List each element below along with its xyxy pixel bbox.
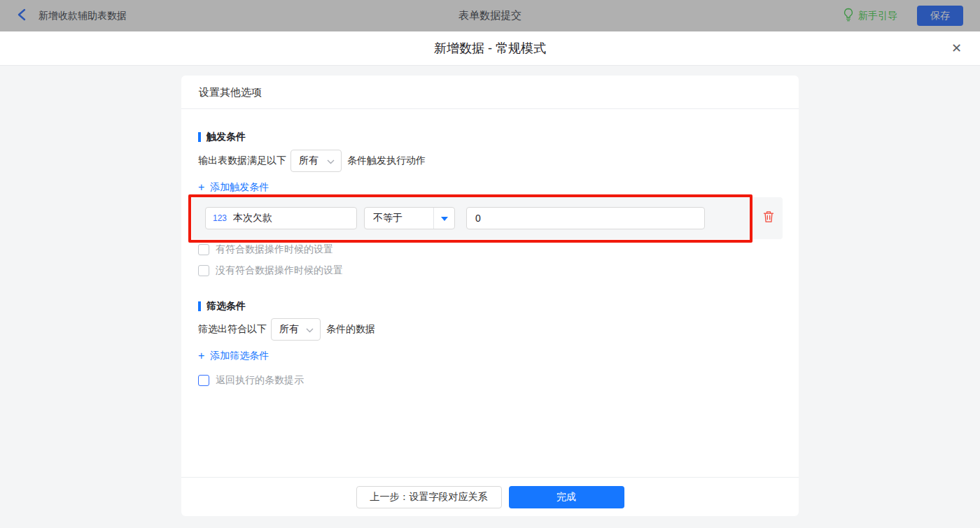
options-card: 设置其他选项 触发条件 输出表数据满足以下 所有 条件触发执行动作 bbox=[181, 76, 799, 516]
trigger-condition-wrap: 123 本次欠款 不等于 bbox=[198, 197, 782, 239]
trigger-match-row: 输出表数据满足以下 所有 条件触发执行动作 bbox=[198, 150, 782, 172]
lightbulb-icon bbox=[843, 8, 854, 24]
plus-icon: + bbox=[198, 182, 204, 193]
has-matching-data-label: 有符合数据操作时候的设置 bbox=[216, 243, 333, 256]
beginner-guide-link[interactable]: 新手引导 bbox=[843, 8, 897, 24]
add-data-modal: 新增数据 - 常规模式 ✕ 设置其他选项 触发条件 输出表数据满足以下 所有 bbox=[0, 31, 980, 528]
trigger-match-suffix: 条件触发执行动作 bbox=[347, 155, 426, 167]
section-marker bbox=[198, 132, 201, 142]
caret-down-icon bbox=[434, 213, 454, 224]
modal-header: 新增数据 - 常规模式 ✕ bbox=[0, 31, 980, 66]
save-button[interactable]: 保存 bbox=[917, 6, 963, 26]
page-title: 表单数据提交 bbox=[0, 9, 980, 22]
checkbox-unchecked-icon[interactable] bbox=[198, 375, 209, 386]
return-count-checkbox-row[interactable]: 返回执行的条数提示 bbox=[198, 375, 304, 386]
modal-body: 设置其他选项 触发条件 输出表数据满足以下 所有 条件触发执行动作 bbox=[0, 76, 980, 516]
card-footer: 上一步：设置字段对应关系 完成 bbox=[181, 477, 799, 516]
trigger-match-prefix: 输出表数据满足以下 bbox=[198, 155, 286, 167]
trigger-condition-row: 123 本次欠款 不等于 bbox=[192, 197, 783, 239]
section-marker bbox=[198, 301, 201, 311]
filter-match-row: 筛选出符合以下 所有 条件的数据 bbox=[198, 318, 782, 341]
done-button[interactable]: 完成 bbox=[509, 486, 624, 508]
has-matching-data-checkbox-row[interactable]: 有符合数据操作时候的设置 bbox=[198, 244, 333, 255]
topbar-right: 新手引导 保存 bbox=[843, 6, 963, 26]
trigger-match-select[interactable]: 所有 bbox=[290, 150, 342, 172]
no-matching-data-label: 没有符合数据操作时候的设置 bbox=[216, 264, 343, 277]
no-matching-data-checkbox-row[interactable]: 没有符合数据操作时候的设置 bbox=[198, 265, 343, 276]
close-icon[interactable]: ✕ bbox=[951, 41, 962, 56]
checkbox-unchecked-icon[interactable] bbox=[198, 265, 209, 276]
condition-operator-select[interactable]: 不等于 bbox=[364, 207, 455, 229]
trash-icon bbox=[763, 211, 774, 226]
chevron-down-icon bbox=[327, 155, 335, 166]
filter-match-select[interactable]: 所有 bbox=[271, 318, 321, 341]
plus-icon: + bbox=[198, 350, 204, 362]
filter-match-value: 所有 bbox=[279, 323, 299, 336]
previous-step-button[interactable]: 上一步：设置字段对应关系 bbox=[356, 486, 502, 508]
add-filter-condition-link[interactable]: + 添加筛选条件 bbox=[198, 349, 269, 363]
condition-field-select[interactable]: 123 本次欠款 bbox=[205, 207, 357, 229]
modal-title: 新增数据 - 常规模式 bbox=[434, 40, 546, 57]
add-trigger-condition-label: 添加触发条件 bbox=[210, 181, 269, 194]
checkbox-unchecked-icon[interactable] bbox=[198, 244, 209, 255]
delete-condition-button[interactable] bbox=[762, 212, 775, 224]
trigger-section-title: 触发条件 bbox=[198, 131, 782, 143]
topbar: 新增收款辅助表数据 表单数据提交 新手引导 保存 bbox=[0, 0, 980, 31]
filter-section-label: 筛选条件 bbox=[206, 300, 246, 313]
card-header: 设置其他选项 bbox=[181, 76, 799, 109]
filter-match-suffix: 条件的数据 bbox=[326, 323, 375, 336]
condition-value-input[interactable] bbox=[466, 207, 705, 229]
trigger-match-value: 所有 bbox=[299, 155, 318, 167]
card-body: 触发条件 输出表数据满足以下 所有 条件触发执行动作 + 添加触发条件 bbox=[181, 131, 799, 386]
filter-match-prefix: 筛选出符合以下 bbox=[198, 323, 267, 336]
filter-section-title: 筛选条件 bbox=[198, 301, 782, 312]
condition-field-name: 本次欠款 bbox=[233, 212, 272, 224]
add-filter-condition-label: 添加筛选条件 bbox=[210, 350, 269, 362]
number-field-type-icon: 123 bbox=[213, 213, 227, 223]
beginner-guide-label: 新手引导 bbox=[858, 10, 897, 22]
trigger-section-label: 触发条件 bbox=[206, 131, 246, 143]
add-trigger-condition-link[interactable]: + 添加触发条件 bbox=[198, 180, 269, 194]
chevron-down-icon bbox=[306, 324, 314, 335]
condition-operator-value: 不等于 bbox=[365, 212, 433, 224]
return-count-label: 返回执行的条数提示 bbox=[216, 374, 304, 387]
